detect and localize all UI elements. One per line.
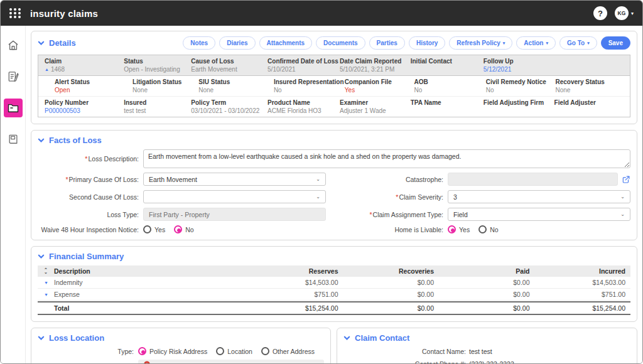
home-livable-yes[interactable]: Yes (448, 225, 470, 233)
waive-notice-no[interactable]: No (174, 225, 193, 233)
type-label: Type: (38, 348, 138, 355)
details-title: Details (49, 38, 76, 48)
loss-description-input[interactable]: Earth movement from a low-level earthqua… (143, 149, 630, 168)
alert-status-value: Open (55, 87, 132, 94)
radio-icon[interactable] (143, 225, 151, 233)
primary-cause-select[interactable]: Earth Movement⌄ (143, 173, 326, 186)
total-recoveries: $0.00 (338, 304, 435, 312)
history-button[interactable]: History (409, 36, 445, 50)
refresh-policy-button[interactable]: Refresh Policy▾ (449, 36, 512, 50)
sort-icon[interactable]: ⌃⌄ (40, 269, 54, 274)
column-incurred[interactable]: Incurred (530, 267, 626, 275)
claim-contact-collapse-icon[interactable] (343, 335, 350, 341)
cell-reserves: $14,503.00 (242, 279, 338, 286)
app-grid-icon[interactable] (9, 8, 21, 18)
facts-collapse-icon[interactable] (38, 137, 45, 144)
type-policy-risk-address[interactable]: Policy Risk Address (138, 347, 207, 355)
sort-up-icon[interactable]: ▲ (45, 67, 49, 72)
follow-up-link[interactable]: 5/12/2021 (484, 66, 554, 73)
column-description[interactable]: Description (54, 267, 242, 275)
radio-icon-selected[interactable] (448, 225, 456, 233)
catastrophe-label: Catastrophe: (342, 176, 448, 183)
chevron-down-icon: ⌄ (620, 194, 625, 200)
go-to-button[interactable]: Go To▾ (559, 36, 597, 50)
expand-row-icon[interactable]: ▼ (40, 292, 54, 297)
user-menu[interactable]: KG ▾ (615, 6, 634, 20)
field-label: Confirmed Date of Loss (267, 58, 340, 65)
radio-icon-selected[interactable] (138, 347, 146, 355)
expand-row-icon[interactable]: ▼ (40, 281, 54, 285)
chevron-down-icon: ▾ (546, 41, 548, 46)
details-row-1: Claim▲1468 StatusOpen - Investigating Ca… (38, 55, 630, 76)
field-label: Insured Representation (274, 78, 345, 85)
field-value: No (274, 87, 345, 94)
diaries-button[interactable]: Diaries (219, 36, 255, 50)
sidebar-item-home[interactable] (4, 36, 23, 55)
radio-label: Location (227, 348, 252, 355)
column-paid[interactable]: Paid (434, 267, 530, 275)
field-label: Alert Status (55, 78, 132, 85)
field-value: None (132, 87, 198, 94)
claim-assignment-value: Field (453, 211, 468, 218)
type-other-address[interactable]: Other Address (261, 347, 315, 355)
loss-address-link[interactable]: 2202 SW 112th St, Gainesville, FL 32607-… (154, 363, 291, 363)
financial-collapse-icon[interactable] (38, 253, 45, 260)
radio-icon-selected[interactable] (174, 225, 182, 233)
field-label: Examiner (340, 99, 411, 106)
topbar-actions: ? KG ▾ (593, 6, 634, 20)
documents-button[interactable]: Documents (316, 36, 365, 50)
chevron-down-icon: ⌄ (620, 211, 625, 217)
loss-location-collapse-icon[interactable] (38, 335, 45, 341)
loss-description-label: Loss Description: (38, 155, 143, 163)
claim-severity-select[interactable]: 3⌄ (448, 190, 630, 203)
financial-header-row: ⌃⌄ Description Reserves Recoveries Paid … (38, 265, 630, 277)
field-value: No (414, 87, 486, 94)
details-collapse-icon[interactable] (38, 40, 45, 46)
field-label: Field Adjusting Firm (484, 99, 554, 106)
radio-icon[interactable] (478, 225, 487, 233)
radio-label: Yes (154, 226, 165, 233)
type-location[interactable]: Location (216, 347, 252, 355)
notes-button[interactable]: Notes (183, 36, 215, 50)
field-label: Initial Contact (411, 58, 484, 65)
policy-number-link[interactable]: P000000503 (45, 107, 124, 114)
action-button[interactable]: Action▾ (516, 36, 556, 50)
financial-summary-section: Financial Summary ⌃⌄ Description Reserve… (31, 246, 637, 322)
contact-phone-value: (232) 323-2323 (469, 360, 514, 363)
column-reserves[interactable]: Reserves (242, 267, 338, 275)
second-cause-label: Second Cause Of Loss: (38, 193, 143, 201)
claim-assignment-select[interactable]: Field⌄ (448, 208, 630, 221)
sidebar-item-claims-documents[interactable] (4, 67, 23, 86)
chevron-down-icon: ▾ (631, 11, 634, 16)
waive-notice-yes[interactable]: Yes (143, 225, 165, 233)
sidebar-item-claim-folder[interactable] (4, 99, 23, 117)
avatar[interactable]: KG (615, 6, 629, 20)
contact-phone-line: Contact Phone #: (232) 323-2323 (343, 360, 630, 363)
home-livable-no[interactable]: No (478, 225, 498, 233)
column-recoveries[interactable]: Recoveries (338, 267, 435, 275)
help-button[interactable]: ? (593, 6, 607, 20)
details-row-3: Policy NumberP000000503 Insuredtest test… (38, 97, 630, 117)
open-catastrophe-icon[interactable] (622, 175, 630, 184)
save-button[interactable]: Save (601, 36, 630, 50)
field-value: test test (124, 107, 191, 114)
total-reserves: $15,254.00 (242, 304, 338, 312)
contact-phone-label: Contact Phone #: (343, 360, 469, 363)
cell-incurred: $751.00 (530, 291, 626, 298)
chevron-down-icon: ▾ (503, 41, 505, 46)
field-label: Litigation Status (132, 78, 198, 85)
second-cause-select[interactable]: ⌄ (143, 190, 326, 203)
cell-paid: $0.00 (434, 291, 530, 298)
field-label: Recovery Status (555, 78, 624, 85)
loss-address-label: Loss Address: (38, 363, 138, 363)
home-livable-label: Home is Livable: (342, 226, 448, 233)
attachments-button[interactable]: Attachments (259, 36, 313, 50)
sidebar-item-policy-book[interactable] (4, 130, 23, 149)
radio-icon[interactable] (261, 347, 269, 355)
claim-assignment-label: Claim Assignment Type: (342, 211, 448, 218)
details-grid: Claim▲1468 StatusOpen - Investigating Ca… (38, 55, 630, 117)
app-title: insurity claims (30, 8, 98, 19)
field-label: Policy Number (45, 99, 124, 106)
radio-icon[interactable] (216, 347, 224, 355)
parties-button[interactable]: Parties (369, 36, 405, 50)
